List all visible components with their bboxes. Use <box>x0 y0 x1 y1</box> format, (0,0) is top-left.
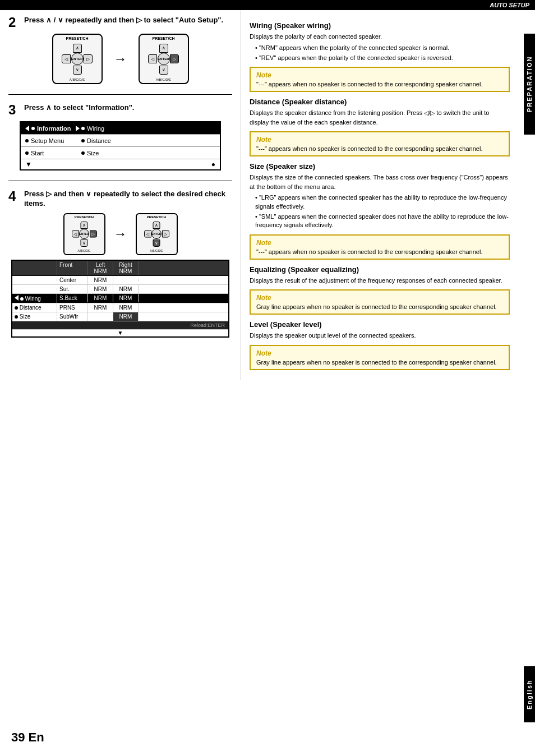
cell-label-center: Center <box>57 276 88 284</box>
dpad-sm2-left: ◁ <box>144 231 151 238</box>
level-note-title: Note <box>256 349 503 357</box>
step-2-arrow: → <box>114 51 127 67</box>
header-bar: AUTO SETUP <box>0 0 535 10</box>
step-4-arrow: → <box>114 226 127 242</box>
remote-before-label: PRESET/CH <box>66 36 88 40</box>
size-note-title: Note <box>256 239 503 247</box>
wiring-bullet-1: "NRM" appears when the polarity of the c… <box>255 44 510 52</box>
dot-information <box>31 127 35 130</box>
remote-sm-after-label: PRESET/CH <box>147 215 166 219</box>
dpad-after: ∧ ∨ ◁ ▷ ENTER <box>148 44 179 75</box>
table-row-footer: Reload:ENTER <box>12 321 228 330</box>
level-heading: Level (Speaker level) <box>250 320 510 329</box>
cell-right-prns: NRM <box>113 303 139 312</box>
page-number: 39 En <box>11 730 44 745</box>
menu-item-distance: Distance <box>87 137 111 144</box>
dpad-after-down: ∨ <box>159 66 168 75</box>
remote-before-bottom: A/B/C/D/E <box>70 78 85 81</box>
step-4-instruction: Press ▷ and then ∨ repeatedly to select … <box>24 190 232 209</box>
menu-item-start: Start <box>31 150 44 156</box>
dpad-sm-center: ENTER <box>79 229 89 239</box>
cell-item-distance: Distance <box>12 303 57 312</box>
menu-row-setup: Setup Menu Distance <box>21 135 220 147</box>
step-4-header: 4 Press ▷ and then ∨ repeatedly to selec… <box>8 190 232 209</box>
remote-sm-before: PRESET/CH ∧ ∨ ◁ ▷ ENTER A/B/C/D/E <box>63 213 105 255</box>
dpad-sm2-center: ENTER <box>151 229 162 239</box>
remote-sm-before-label: PRESET/CH <box>75 215 94 219</box>
remote-sm2-bottom: A/B/C/D/E <box>150 249 163 252</box>
cell-left-prns: NRM <box>88 303 113 312</box>
remote-sm-after: PRESET/CH ∧ ∨ ◁ ▷ ENTER A/B/C/D/E <box>136 213 178 255</box>
table-row-arrow: ▼ <box>12 330 228 336</box>
dpad-left: ◁ <box>62 54 71 63</box>
menu-row-start: Start Size <box>21 147 220 159</box>
right-column: Wiring (Speaker wiring) Displays the pol… <box>241 10 518 380</box>
wiring-note-text: "---" appears when no speaker is connect… <box>256 81 503 87</box>
distance-note-title: Note <box>256 136 503 144</box>
table-footer-text: Reload:ENTER <box>187 321 228 329</box>
menu-left-start: Start <box>25 150 81 156</box>
table-down-arrow: ▼ <box>118 330 123 336</box>
menu-row-information: Information Wiring <box>21 122 220 135</box>
col-header-label: Front <box>57 261 88 275</box>
menu-dot-extra: ● <box>211 160 215 168</box>
cell-item-sur <box>12 288 57 290</box>
section-distance: Distance (Speaker distance) Displays the… <box>250 98 510 156</box>
size-description: Displays the size of the connected speak… <box>250 173 510 191</box>
menu-left-setup: Setup Menu <box>25 137 81 144</box>
step-4-remotes: PRESET/CH ∧ ∨ ◁ ▷ ENTER A/B/C/D/E → PRES… <box>8 213 232 255</box>
table-row-sur: Sur. NRM NRM <box>12 285 228 294</box>
step-4-number: 4 <box>8 190 20 203</box>
step-2: 2 Press ∧ / ∨ repeatedly and then ▷ to s… <box>8 16 232 95</box>
cell-label-subwfr: SubWfr <box>57 312 88 321</box>
dpad-after-center: ENTER <box>158 53 170 65</box>
wiring-bullet-2: "REV" appears when the polarity of the c… <box>255 54 510 62</box>
distance-description: Displays the speaker distance from the l… <box>250 108 510 127</box>
size-note: Note "---" appears when no speaker is co… <box>250 234 510 260</box>
menu-right-wiring: Wiring <box>81 125 215 132</box>
dpad-center: ENTER <box>71 53 84 65</box>
col-header-right: RightNRM <box>113 261 139 275</box>
wiring-note-title: Note <box>256 71 503 79</box>
remote-sm-bottom: A/B/C/D/E <box>78 249 91 252</box>
distance-note-text: "---" appears when no speaker is connect… <box>256 145 503 152</box>
equalizing-description: Displays the result of the adjustment of… <box>250 276 510 285</box>
dot-start <box>25 151 29 155</box>
size-bullet-1: "LRG" appears when the connected speaker… <box>255 193 510 211</box>
cell-right-sur: NRM <box>113 285 139 293</box>
tri-right-icon <box>76 126 80 131</box>
table-row-center: Center NRM <box>12 276 228 285</box>
cell-item-wiring: Wiring <box>12 294 57 303</box>
dpad-up: ∧ <box>73 44 82 53</box>
dpad-after-left: ◁ <box>148 54 157 63</box>
dot-wiring-table <box>20 297 24 301</box>
tri-left-icon <box>25 126 29 131</box>
dpad-sm-before: ∧ ∨ ◁ ▷ ENTER <box>72 222 97 247</box>
equalizing-note-title: Note <box>256 294 503 302</box>
level-description: Displays the speaker output level of the… <box>250 331 510 340</box>
step-2-diagram: PRESET/CH ∧ ∨ ◁ ▷ ENTER A/B/C/D/E → PRES… <box>8 34 232 84</box>
menu-left-information: Information <box>25 125 81 132</box>
section-size: Size (Speaker size) Displays the size of… <box>250 162 510 260</box>
dpad-sm-right: ▷ <box>90 231 97 238</box>
cell-label-prns: PRNS <box>57 303 88 312</box>
cell-left-sback: NRM <box>88 294 113 302</box>
dpad-after-right: ▷ <box>170 54 179 63</box>
dpad-sm2-down: ∨ <box>153 239 160 247</box>
step-3-instruction: Press ∧ to select "Information". <box>24 103 134 113</box>
cell-item-center <box>12 279 57 281</box>
dot-size-table <box>15 315 18 319</box>
wiring-description: Displays the polarity of each connected … <box>250 32 510 42</box>
wiring-heading: Wiring (Speaker wiring) <box>250 21 510 30</box>
remote-after-bottom: A/B/C/D/E <box>156 78 171 81</box>
remote-after: PRESET/CH ∧ ∨ ◁ ▷ ENTER A/B/C/D/E <box>139 34 189 84</box>
remote-before: PRESET/CH ∧ ∨ ◁ ▷ ENTER A/B/C/D/E <box>52 34 103 84</box>
menu-right-distance: Distance <box>81 137 215 144</box>
dot-setup <box>25 139 29 142</box>
cell-item-size: Size <box>12 312 57 321</box>
step-2-header: 2 Press ∧ / ∨ repeatedly and then ▷ to s… <box>8 16 232 29</box>
menu-right-size: Size <box>81 150 215 156</box>
col-header-item <box>12 261 57 275</box>
dpad-sm2-up: ∧ <box>153 222 160 229</box>
menu-down-arrow: ▼ <box>25 160 32 168</box>
